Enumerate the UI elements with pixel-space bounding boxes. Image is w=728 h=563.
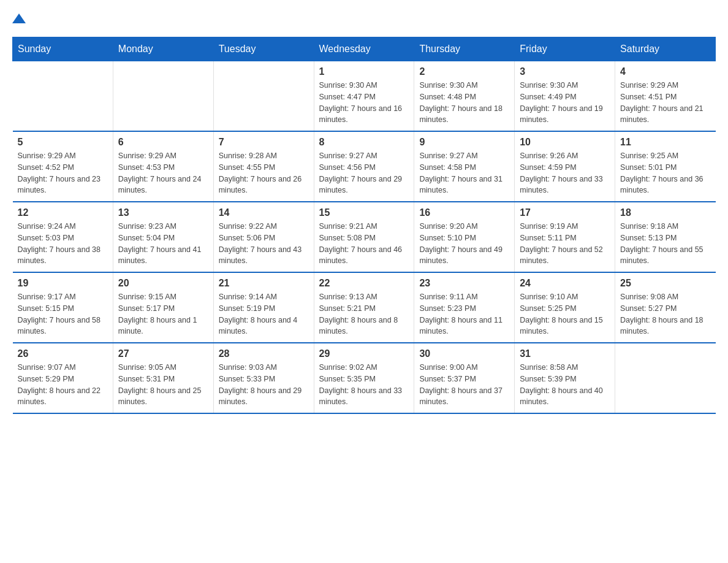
column-header-monday: Monday bbox=[113, 37, 213, 61]
day-info: Sunrise: 9:18 AMSunset: 5:13 PMDaylight:… bbox=[620, 221, 710, 267]
calendar-cell: 8Sunrise: 9:27 AMSunset: 4:56 PMDaylight… bbox=[314, 131, 414, 202]
column-header-saturday: Saturday bbox=[615, 37, 716, 61]
day-number: 26 bbox=[18, 348, 108, 359]
day-number: 20 bbox=[118, 278, 208, 289]
day-info: Sunrise: 9:24 AMSunset: 5:03 PMDaylight:… bbox=[18, 221, 108, 267]
day-number: 6 bbox=[118, 137, 208, 148]
calendar-cell: 2Sunrise: 9:30 AMSunset: 4:48 PMDaylight… bbox=[414, 61, 515, 132]
day-number: 21 bbox=[219, 278, 309, 289]
day-number: 1 bbox=[319, 66, 409, 77]
calendar-cell: 22Sunrise: 9:13 AMSunset: 5:21 PMDayligh… bbox=[314, 272, 414, 343]
calendar-cell: 15Sunrise: 9:21 AMSunset: 5:08 PMDayligh… bbox=[314, 202, 414, 272]
day-number: 24 bbox=[520, 278, 610, 289]
calendar-cell: 7Sunrise: 9:28 AMSunset: 4:55 PMDaylight… bbox=[213, 131, 314, 202]
day-number: 27 bbox=[118, 348, 208, 359]
day-info: Sunrise: 9:03 AMSunset: 5:33 PMDaylight:… bbox=[219, 362, 309, 408]
calendar-cell: 16Sunrise: 9:20 AMSunset: 5:10 PMDayligh… bbox=[414, 202, 515, 272]
calendar-cell: 24Sunrise: 9:10 AMSunset: 5:25 PMDayligh… bbox=[515, 272, 615, 343]
calendar-cell: 18Sunrise: 9:18 AMSunset: 5:13 PMDayligh… bbox=[615, 202, 716, 272]
column-header-thursday: Thursday bbox=[414, 37, 515, 61]
day-info: Sunrise: 8:58 AMSunset: 5:39 PMDaylight:… bbox=[520, 362, 610, 408]
column-header-wednesday: Wednesday bbox=[314, 37, 414, 61]
day-info: Sunrise: 9:13 AMSunset: 5:21 PMDaylight:… bbox=[319, 291, 409, 337]
logo bbox=[12, 12, 32, 25]
day-number: 4 bbox=[620, 66, 710, 77]
day-info: Sunrise: 9:14 AMSunset: 5:19 PMDaylight:… bbox=[219, 291, 309, 337]
logo-triangle-icon bbox=[12, 12, 26, 25]
day-info: Sunrise: 9:23 AMSunset: 5:04 PMDaylight:… bbox=[118, 221, 208, 267]
day-number: 15 bbox=[319, 207, 409, 218]
column-header-sunday: Sunday bbox=[13, 37, 113, 61]
calendar-cell: 14Sunrise: 9:22 AMSunset: 5:06 PMDayligh… bbox=[213, 202, 314, 272]
day-number: 3 bbox=[520, 66, 610, 77]
day-number: 31 bbox=[520, 348, 610, 359]
day-info: Sunrise: 9:02 AMSunset: 5:35 PMDaylight:… bbox=[319, 362, 409, 408]
day-info: Sunrise: 9:21 AMSunset: 5:08 PMDaylight:… bbox=[319, 221, 409, 267]
calendar-cell: 11Sunrise: 9:25 AMSunset: 5:01 PMDayligh… bbox=[615, 131, 716, 202]
day-number: 8 bbox=[319, 137, 409, 148]
day-info: Sunrise: 9:29 AMSunset: 4:51 PMDaylight:… bbox=[620, 80, 710, 126]
calendar-cell: 26Sunrise: 9:07 AMSunset: 5:29 PMDayligh… bbox=[13, 343, 113, 413]
calendar-cell: 31Sunrise: 8:58 AMSunset: 5:39 PMDayligh… bbox=[515, 343, 615, 413]
day-info: Sunrise: 9:10 AMSunset: 5:25 PMDaylight:… bbox=[520, 291, 610, 337]
day-number: 12 bbox=[18, 207, 108, 218]
calendar-week-row: 12Sunrise: 9:24 AMSunset: 5:03 PMDayligh… bbox=[13, 202, 716, 272]
day-number: 25 bbox=[620, 278, 710, 289]
day-number: 22 bbox=[319, 278, 409, 289]
day-info: Sunrise: 9:30 AMSunset: 4:47 PMDaylight:… bbox=[319, 80, 409, 126]
day-number: 2 bbox=[419, 66, 509, 77]
day-number: 30 bbox=[419, 348, 509, 359]
calendar-cell: 12Sunrise: 9:24 AMSunset: 5:03 PMDayligh… bbox=[13, 202, 113, 272]
calendar-cell bbox=[13, 61, 113, 132]
day-info: Sunrise: 9:26 AMSunset: 4:59 PMDaylight:… bbox=[520, 150, 610, 196]
day-info: Sunrise: 9:27 AMSunset: 4:58 PMDaylight:… bbox=[419, 150, 509, 196]
column-header-tuesday: Tuesday bbox=[213, 37, 314, 61]
column-header-friday: Friday bbox=[515, 37, 615, 61]
calendar-week-row: 26Sunrise: 9:07 AMSunset: 5:29 PMDayligh… bbox=[13, 343, 716, 413]
calendar-cell: 21Sunrise: 9:14 AMSunset: 5:19 PMDayligh… bbox=[213, 272, 314, 343]
day-number: 14 bbox=[219, 207, 309, 218]
calendar-cell: 6Sunrise: 9:29 AMSunset: 4:53 PMDaylight… bbox=[113, 131, 213, 202]
calendar-cell bbox=[213, 61, 314, 132]
day-number: 29 bbox=[319, 348, 409, 359]
calendar-cell: 25Sunrise: 9:08 AMSunset: 5:27 PMDayligh… bbox=[615, 272, 716, 343]
day-info: Sunrise: 9:22 AMSunset: 5:06 PMDaylight:… bbox=[219, 221, 309, 267]
calendar-cell: 10Sunrise: 9:26 AMSunset: 4:59 PMDayligh… bbox=[515, 131, 615, 202]
day-number: 11 bbox=[620, 137, 710, 148]
svg-marker-0 bbox=[12, 13, 26, 23]
calendar-week-row: 19Sunrise: 9:17 AMSunset: 5:15 PMDayligh… bbox=[13, 272, 716, 343]
calendar-cell: 29Sunrise: 9:02 AMSunset: 5:35 PMDayligh… bbox=[314, 343, 414, 413]
calendar-cell: 23Sunrise: 9:11 AMSunset: 5:23 PMDayligh… bbox=[414, 272, 515, 343]
day-number: 10 bbox=[520, 137, 610, 148]
day-number: 16 bbox=[419, 207, 509, 218]
calendar-cell: 13Sunrise: 9:23 AMSunset: 5:04 PMDayligh… bbox=[113, 202, 213, 272]
day-number: 7 bbox=[219, 137, 309, 148]
day-info: Sunrise: 9:08 AMSunset: 5:27 PMDaylight:… bbox=[620, 291, 710, 337]
day-info: Sunrise: 9:05 AMSunset: 5:31 PMDaylight:… bbox=[118, 362, 208, 408]
day-number: 18 bbox=[620, 207, 710, 218]
day-info: Sunrise: 9:07 AMSunset: 5:29 PMDaylight:… bbox=[18, 362, 108, 408]
calendar-cell: 27Sunrise: 9:05 AMSunset: 5:31 PMDayligh… bbox=[113, 343, 213, 413]
calendar-cell: 19Sunrise: 9:17 AMSunset: 5:15 PMDayligh… bbox=[13, 272, 113, 343]
calendar-cell: 20Sunrise: 9:15 AMSunset: 5:17 PMDayligh… bbox=[113, 272, 213, 343]
day-number: 13 bbox=[118, 207, 208, 218]
day-info: Sunrise: 9:28 AMSunset: 4:55 PMDaylight:… bbox=[219, 150, 309, 196]
day-info: Sunrise: 9:30 AMSunset: 4:49 PMDaylight:… bbox=[520, 80, 610, 126]
day-number: 19 bbox=[18, 278, 108, 289]
calendar-cell: 17Sunrise: 9:19 AMSunset: 5:11 PMDayligh… bbox=[515, 202, 615, 272]
day-number: 5 bbox=[18, 137, 108, 148]
day-number: 28 bbox=[219, 348, 309, 359]
day-info: Sunrise: 9:30 AMSunset: 4:48 PMDaylight:… bbox=[419, 80, 509, 126]
calendar-cell: 3Sunrise: 9:30 AMSunset: 4:49 PMDaylight… bbox=[515, 61, 615, 132]
calendar-cell: 5Sunrise: 9:29 AMSunset: 4:52 PMDaylight… bbox=[13, 131, 113, 202]
calendar-header-row: SundayMondayTuesdayWednesdayThursdayFrid… bbox=[13, 37, 716, 61]
day-info: Sunrise: 9:19 AMSunset: 5:11 PMDaylight:… bbox=[520, 221, 610, 267]
page-header bbox=[12, 12, 716, 25]
day-info: Sunrise: 9:17 AMSunset: 5:15 PMDaylight:… bbox=[18, 291, 108, 337]
calendar-cell: 4Sunrise: 9:29 AMSunset: 4:51 PMDaylight… bbox=[615, 61, 716, 132]
day-number: 17 bbox=[520, 207, 610, 218]
calendar-cell: 30Sunrise: 9:00 AMSunset: 5:37 PMDayligh… bbox=[414, 343, 515, 413]
calendar-cell: 28Sunrise: 9:03 AMSunset: 5:33 PMDayligh… bbox=[213, 343, 314, 413]
day-number: 9 bbox=[419, 137, 509, 148]
calendar-week-row: 1Sunrise: 9:30 AMSunset: 4:47 PMDaylight… bbox=[13, 61, 716, 132]
